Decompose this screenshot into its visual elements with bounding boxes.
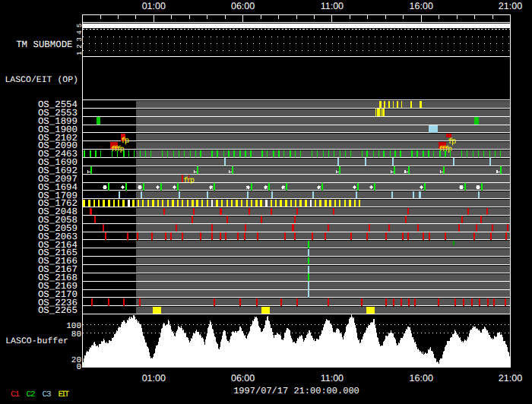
svg-text:1997/07/17 21:00:00.000: 1997/07/17 21:00:00.000: [233, 386, 359, 396]
svg-text:11:00: 11:00: [321, 373, 344, 383]
svg-text:21:00: 21:00: [499, 1, 522, 11]
svg-text:11:00: 11:00: [321, 1, 344, 11]
svg-text:OS_2265: OS_2265: [38, 305, 78, 316]
svg-text:16:00: 16:00: [410, 1, 433, 11]
svg-text:06:00: 06:00: [231, 1, 255, 11]
svg-text:C1: C1: [11, 390, 21, 399]
svg-text:100: 100: [66, 322, 81, 331]
svg-text:21:00: 21:00: [499, 373, 522, 383]
svg-text:LASCO/EIT (OP): LASCO/EIT (OP): [5, 75, 78, 85]
svg-text:C3: C3: [43, 390, 52, 399]
svg-text:80: 80: [71, 330, 81, 339]
svg-text:frp: frp: [184, 176, 195, 185]
svg-text:06:00: 06:00: [231, 373, 255, 383]
svg-text:LASCO-buffer: LASCO-buffer: [5, 336, 68, 346]
svg-text:C2: C2: [27, 390, 36, 399]
svg-text:TM SUBMODE: TM SUBMODE: [16, 39, 72, 50]
svg-text:0: 0: [76, 363, 81, 372]
svg-text:fp: fp: [121, 137, 129, 146]
svg-text:16:00: 16:00: [410, 373, 433, 383]
svg-text:01:00: 01:00: [142, 1, 166, 11]
svg-text:01:00: 01:00: [142, 373, 166, 383]
